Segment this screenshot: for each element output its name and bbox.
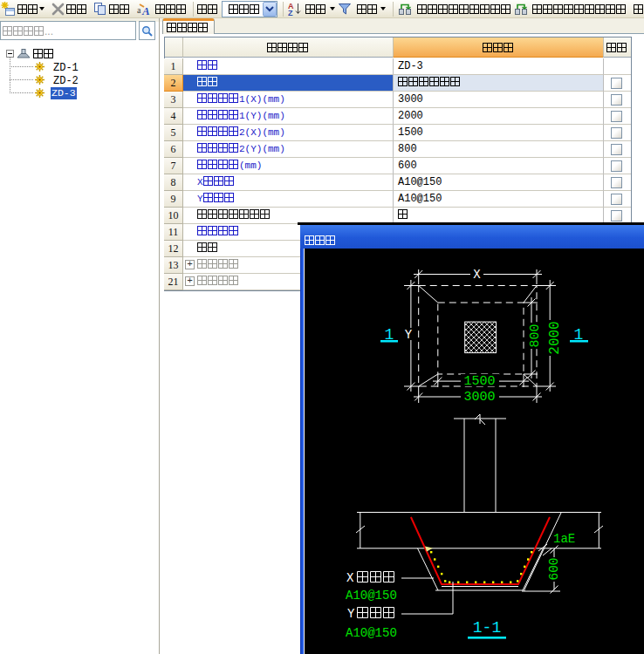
svg-text:1500: 1500 (463, 374, 495, 389)
svg-text:1-1: 1-1 (473, 619, 501, 637)
svg-text:Y: Y (405, 328, 413, 342)
svg-text:X: X (473, 268, 481, 282)
svg-text:X: X (346, 571, 354, 585)
svg-text:a: a (137, 5, 141, 15)
svg-text:800: 800 (528, 324, 543, 347)
svg-text:Y: Y (347, 607, 355, 621)
svg-text:600: 600 (547, 557, 561, 580)
svg-text:2000: 2000 (547, 321, 563, 354)
svg-text:A10@150: A10@150 (346, 626, 397, 640)
svg-text:3000: 3000 (463, 390, 495, 405)
svg-text:1aE: 1aE (553, 532, 575, 546)
svg-text:A10@150: A10@150 (346, 589, 397, 603)
svg-text:Z: Z (288, 9, 293, 17)
